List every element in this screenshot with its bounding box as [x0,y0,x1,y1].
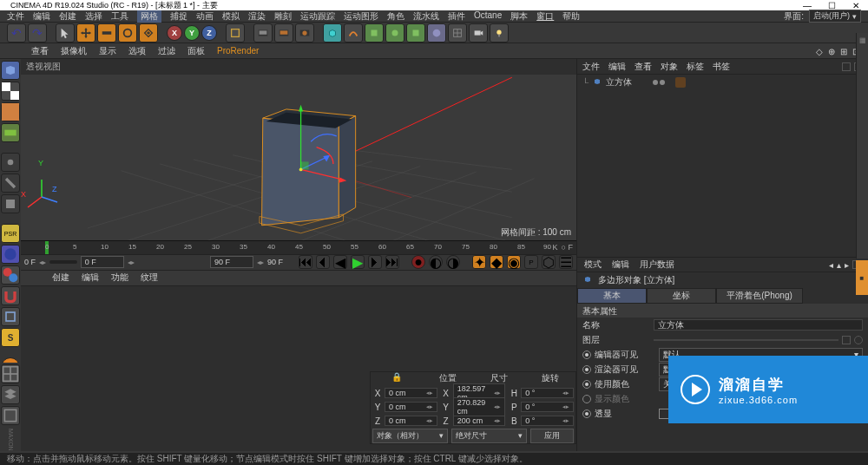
attr-layer-clear-icon[interactable] [854,336,863,344]
menu-simulate[interactable]: 模拟 [222,10,240,23]
om-menu-file[interactable]: 文件 [582,61,600,73]
lt-psr-reset[interactable]: PSR [1,224,20,243]
lt-point-mode[interactable] [1,153,20,172]
render-settings[interactable] [274,23,293,43]
undo-button[interactable]: ↶ [7,23,26,43]
vp-menu-options[interactable]: 选项 [128,45,146,57]
viewport-3d[interactable]: 网格间距 : 100 cm Y X Z [21,75,576,240]
am-nav-up[interactable]: ▴ [837,260,841,270]
vp-nav-icon-3[interactable]: ⊞ [840,47,849,56]
vp-menu-panel[interactable]: 面板 [187,45,205,57]
menu-animate[interactable]: 动画 [196,10,214,23]
generator-tool[interactable] [365,23,384,43]
menu-script[interactable]: 脚本 [510,10,528,23]
menu-plugins[interactable]: 插件 [448,10,465,23]
menu-select[interactable]: 选择 [85,10,102,23]
pb-play[interactable]: ▶ [351,255,365,269]
attr-tab-coord[interactable]: 坐标 [647,288,716,304]
scale-tool[interactable] [97,23,116,43]
menu-mesh[interactable]: 网格 [137,10,161,23]
object-label[interactable]: 立方体 [606,76,632,88]
lt-symmetry[interactable] [1,307,20,326]
attr-editor-vis-radio[interactable] [582,350,591,359]
pos-z-input[interactable]: 0 cm◂▸ [385,416,437,426]
object-tree[interactable]: └ 立方体 [577,75,868,257]
menu-pipeline[interactable]: 流水线 [413,10,439,23]
menu-sculpt[interactable]: 雕刻 [274,10,292,23]
am-menu-mode[interactable]: 模式 [584,259,602,271]
rotate-tool[interactable] [118,23,137,43]
right-docked-tab-orange[interactable]: ■ [856,260,868,295]
menu-render[interactable]: 渲染 [248,10,266,23]
menu-create[interactable]: 创建 [59,10,76,23]
deformer-tool[interactable] [406,23,425,43]
render-view[interactable] [253,23,273,43]
pb-autokey[interactable]: ◐ [429,255,443,269]
attr-display-color-radio[interactable] [582,395,591,403]
coord-size-mode-dropdown[interactable]: 绝对尺寸▾ [451,429,527,443]
lt-magnet[interactable] [1,286,20,305]
am-menu-edit[interactable]: 编辑 [612,259,629,271]
pb-pla-key[interactable]: ⬡ [542,255,556,269]
environment-tool[interactable] [427,23,446,43]
pb-range-slider[interactable] [49,260,77,264]
layout-dropdown[interactable]: 启动(用户)▾ [809,10,861,23]
om-menu-objects[interactable]: 对象 [661,61,678,73]
size-y-input[interactable]: 270.829 cm◂▸ [453,397,506,416]
primitive-cube[interactable] [323,23,342,43]
om-search-icon[interactable] [842,62,851,71]
pb-goto-end[interactable]: ⏭ [385,255,399,269]
vp-menu-display[interactable]: 显示 [99,45,116,57]
menu-help[interactable]: 帮助 [562,10,580,23]
maximize-button[interactable]: ☐ [823,1,840,10]
axis-z-toggle[interactable]: Z [201,25,217,41]
lt-workplane[interactable] [1,123,20,142]
pb-param-key[interactable]: P [524,255,538,269]
attr-layer-picker-icon[interactable] [842,336,851,344]
vp-menu-filter[interactable]: 过滤 [158,45,175,57]
lt-poly-mode[interactable] [1,194,20,213]
attr-tab-basic[interactable]: 基本 [577,288,647,304]
om-menu-bookmarks[interactable]: 书签 [713,61,730,73]
menu-window[interactable]: 窗口 [536,10,554,23]
obj-vis-editor-dot[interactable] [653,80,658,85]
bl-layers-icon[interactable] [1,385,20,404]
menu-snap[interactable]: 捕捉 [170,10,187,23]
mat-menu-function[interactable]: 功能 [111,272,128,284]
minimize-button[interactable]: — [799,1,816,10]
attr-tab-phong[interactable]: 平滑着色(Phong) [716,288,803,304]
tl-icon-o[interactable]: ○ F [562,243,573,252]
coord-mode-dropdown[interactable]: 对象（相对）▾ [372,429,448,443]
lt-ball-multi[interactable] [1,265,20,285]
lt-sphere-1[interactable] [1,245,20,264]
vp-menu-prorender[interactable]: ProRender [217,46,259,56]
am-menu-userdata[interactable]: 用户数据 [640,259,674,271]
select-tool[interactable] [56,23,75,43]
attr-name-input[interactable] [654,319,863,331]
pb-scale-key[interactable]: ◆ [490,255,503,269]
menu-character[interactable]: 角色 [387,10,404,23]
object-tree-item[interactable]: └ 立方体 [577,75,868,90]
menu-file[interactable]: 文件 [7,10,24,23]
attr-use-color-radio[interactable] [582,380,591,389]
pb-keyframe-opts[interactable]: ◑ [446,255,460,269]
vp-nav-icon-1[interactable]: ◇ [816,47,825,56]
pb-ghost[interactable]: ☰ [559,255,573,269]
pb-prev-key[interactable]: ⏴ [316,255,330,269]
mat-menu-edit[interactable]: 编辑 [82,272,99,284]
menu-edit[interactable]: 编辑 [33,10,50,23]
pb-record[interactable]: ● [411,255,425,269]
bl-scale-icon[interactable] [1,406,20,425]
close-button[interactable]: ✕ [847,1,865,10]
attr-layer-input[interactable] [654,339,838,341]
pb-position-key[interactable]: ✦ [472,255,486,269]
light-tool[interactable] [490,23,509,43]
last-tool[interactable] [139,23,158,43]
am-nav-fwd[interactable]: ▸ [845,260,849,270]
lock-icon[interactable]: 🔒 [371,372,422,386]
obj-vis-render-dot[interactable] [660,80,665,85]
coord-apply-button[interactable]: 应用 [530,429,574,443]
om-menu-tags[interactable]: 标签 [687,61,704,73]
generator-2[interactable] [385,23,404,43]
lt-edge-mode[interactable] [1,174,20,193]
